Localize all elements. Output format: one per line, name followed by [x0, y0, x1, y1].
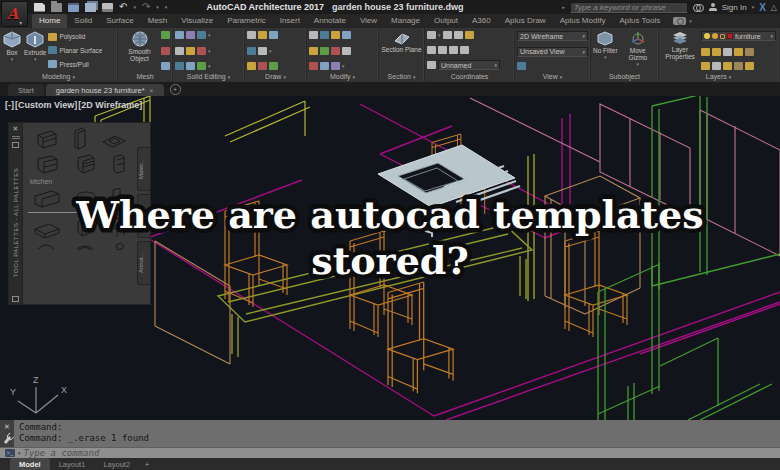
spline-icon[interactable]	[269, 62, 278, 70]
layer-tool-icon[interactable]	[745, 48, 754, 56]
tab-annotate[interactable]: Annotate	[307, 14, 353, 28]
planar-surface-button[interactable]: Planar Surface	[48, 46, 102, 54]
move-gizmo-button[interactable]: Move Gizmo ▾	[620, 30, 656, 71]
ucs-object-icon[interactable]	[460, 46, 469, 54]
palette-grip-icon[interactable]	[12, 136, 20, 139]
exchange-apps-icon[interactable]: X	[759, 2, 766, 13]
hatch-icon[interactable]	[247, 62, 256, 70]
redo-caret-icon[interactable]: ▾	[156, 4, 159, 10]
palette-close-icon[interactable]: ✕	[13, 125, 19, 133]
sign-in-label[interactable]: Sign In	[722, 3, 747, 12]
tab-view[interactable]: View	[353, 14, 384, 28]
visual-style-combo[interactable]: 2D Wireframe ▾	[517, 31, 588, 41]
layer-tool-icon[interactable]	[734, 62, 743, 70]
separate-icon[interactable]	[197, 62, 206, 70]
panel-label-section[interactable]: Section ▾	[379, 71, 424, 82]
ucs-previous-icon[interactable]	[454, 31, 463, 39]
undo-icon[interactable]: ↶	[119, 2, 127, 12]
ucs-view-icon[interactable]	[449, 46, 458, 54]
line-icon[interactable]	[247, 31, 256, 39]
round-table-icon[interactable]	[75, 190, 97, 209]
kitchen-base-cabinet-icon[interactable]	[34, 153, 60, 175]
drawing-canvas[interactable]: [-] [Custom View] [2D Wireframe] ✕ TOOL …	[0, 96, 780, 420]
viewport-minimize-control[interactable]: [-]	[5, 100, 14, 110]
curved-bench-icon[interactable]	[75, 241, 95, 251]
camera-caret-icon[interactable]: ▾	[689, 18, 692, 28]
circle-icon[interactable]	[247, 47, 256, 55]
tab-aplus-modify[interactable]: Aplus Modify	[553, 14, 613, 28]
tab-aplus-draw[interactable]: Aplus Draw	[498, 14, 553, 28]
layer-tool-icon[interactable]	[712, 48, 721, 56]
mesh-tool-icon[interactable]	[161, 31, 170, 39]
layer-tool-icon[interactable]	[701, 48, 710, 56]
redo-icon[interactable]: ↷	[142, 2, 150, 12]
new-layout-button[interactable]: +	[139, 458, 155, 470]
palette-tab-details[interactable]: Details	[137, 194, 150, 238]
fillet-icon[interactable]	[342, 47, 351, 55]
chair-icon[interactable]	[110, 188, 128, 209]
communication-center-icon[interactable]: △	[771, 3, 777, 12]
save-icon[interactable]	[68, 3, 79, 12]
plot-icon[interactable]	[102, 3, 113, 12]
sheet-set-icon[interactable]	[85, 3, 96, 12]
customize-caret-icon[interactable]: ▾	[165, 4, 168, 10]
bed-icon[interactable]	[33, 221, 61, 238]
move-icon[interactable]	[309, 31, 318, 39]
ucs-named-icon[interactable]	[427, 61, 436, 69]
kitchen-shelf-icon[interactable]	[112, 153, 126, 175]
palette-properties-icon[interactable]	[12, 296, 19, 302]
layer-tool-icon[interactable]	[712, 62, 721, 70]
viewport-config-icon[interactable]	[517, 62, 526, 70]
tab-layout2[interactable]: Layout2	[94, 458, 139, 470]
panel-label-view[interactable]: View ▾	[515, 71, 590, 82]
sign-in-person-icon[interactable]	[709, 3, 717, 11]
new-file-icon[interactable]	[34, 3, 45, 12]
rectangle-icon[interactable]	[269, 31, 278, 39]
palette-tab-materials[interactable]: Mater...	[137, 147, 150, 191]
armchair-icon[interactable]	[109, 217, 127, 238]
press-pull-button[interactable]: Press/Pull	[48, 60, 102, 68]
tab-home[interactable]: Home	[32, 14, 67, 28]
intersect-icon[interactable]	[197, 31, 206, 39]
layer-combo[interactable]: furniture ▾	[701, 31, 776, 41]
open-folder-icon[interactable]	[51, 3, 62, 12]
search-binoculars-icon[interactable]	[693, 4, 704, 11]
shell-icon[interactable]	[186, 62, 195, 70]
ellipse-icon[interactable]	[258, 62, 267, 70]
layer-properties-button[interactable]: Layer Properties	[661, 30, 699, 71]
viewport-view-control[interactable]: [Custom View]	[15, 100, 77, 110]
chevron-down-icon[interactable]: ▾	[208, 48, 211, 54]
array-icon[interactable]	[331, 62, 340, 70]
panel-label-draw[interactable]: Draw ▾	[245, 71, 306, 82]
command-input[interactable]	[24, 448, 780, 458]
slice-icon[interactable]	[175, 47, 184, 55]
stool-icon[interactable]	[114, 241, 124, 251]
kitchen-cabinet-icon[interactable]	[33, 128, 59, 150]
kitchen-drawer-unit-icon[interactable]	[75, 153, 97, 175]
kitchen-sink-icon[interactable]	[101, 132, 127, 150]
polysolid-button[interactable]: Polysolid	[48, 33, 102, 41]
ucs-world-icon[interactable]	[443, 31, 452, 39]
layer-tool-icon[interactable]	[745, 62, 754, 70]
interfere-icon[interactable]	[175, 62, 184, 70]
tab-layout1[interactable]: Layout1	[50, 458, 95, 470]
file-tab-close-icon[interactable]: ✕	[149, 87, 154, 94]
palette-autohide-icon[interactable]	[12, 142, 19, 148]
palette-tab-annotation[interactable]: Annot...	[137, 241, 150, 285]
fillet-edge-icon[interactable]	[186, 47, 195, 55]
smooth-object-button[interactable]: Smooth Object	[120, 30, 159, 71]
section-plane-button[interactable]: Section Plane	[381, 30, 421, 71]
tab-insert[interactable]: Insert	[273, 14, 307, 28]
erase-icon[interactable]	[309, 47, 318, 55]
panel-label-solid-editing[interactable]: Solid Editing ▾	[173, 71, 244, 82]
panel-label-mesh[interactable]: Mesh	[118, 71, 172, 82]
panel-label-modeling[interactable]: Modeling ▾	[0, 71, 117, 82]
rotate-icon[interactable]	[320, 31, 329, 39]
application-menu-button[interactable]: A ▾	[1, 1, 28, 27]
tab-manage[interactable]: Manage	[384, 14, 427, 28]
file-tab-drawing[interactable]: garden house 23 furniture* ✕	[46, 84, 164, 96]
kitchen-tall-cabinet-icon[interactable]	[72, 127, 88, 150]
chevron-down-icon[interactable]: ▾	[342, 63, 345, 69]
chevron-down-icon[interactable]: ▾	[438, 32, 441, 38]
tab-aplus-tools[interactable]: Aplus Tools	[612, 14, 667, 28]
